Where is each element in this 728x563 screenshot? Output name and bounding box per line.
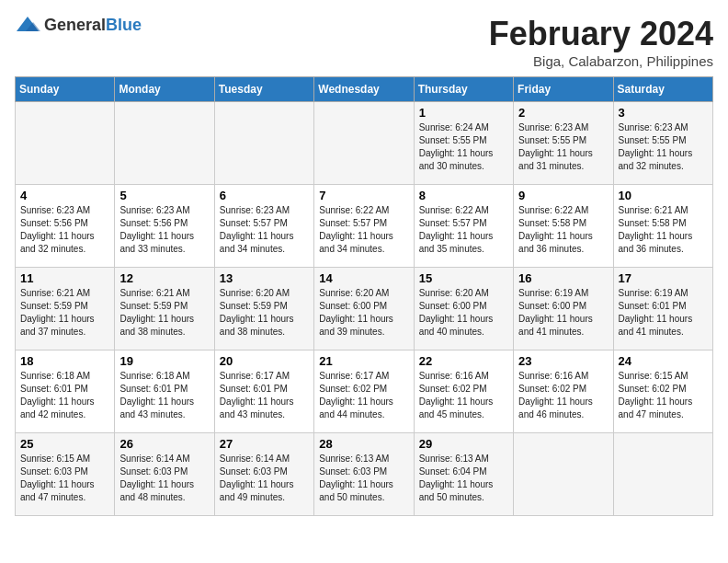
calendar-cell [16,102,115,185]
day-header-monday: Monday [115,77,214,102]
day-number: 19 [119,354,209,368]
day-info: Sunrise: 6:24 AM Sunset: 5:55 PM Dayligh… [419,121,508,173]
day-number: 12 [119,271,209,285]
day-info: Sunrise: 6:23 AM Sunset: 5:55 PM Dayligh… [619,121,708,173]
day-info: Sunrise: 6:16 AM Sunset: 6:02 PM Dayligh… [518,370,608,421]
day-number: 23 [518,354,608,368]
day-header-wednesday: Wednesday [314,77,414,102]
calendar-cell [314,102,414,185]
day-number: 5 [119,189,209,202]
calendar-cell: 9Sunrise: 6:22 AM Sunset: 5:58 PM Daylig… [514,185,613,268]
day-number: 28 [319,437,408,451]
day-info: Sunrise: 6:15 AM Sunset: 6:03 PM Dayligh… [20,453,109,504]
day-info: Sunrise: 6:17 AM Sunset: 6:01 PM Dayligh… [220,370,309,421]
day-number: 1 [419,106,508,120]
day-header-thursday: Thursday [414,77,513,102]
day-info: Sunrise: 6:16 AM Sunset: 6:02 PM Dayligh… [419,370,508,421]
calendar-cell: 26Sunrise: 6:14 AM Sunset: 6:03 PM Dayli… [115,433,214,516]
day-info: Sunrise: 6:22 AM Sunset: 5:57 PM Dayligh… [319,204,408,256]
title-area: February 2024 Biga, Calabarzon, Philippi… [489,15,713,69]
day-info: Sunrise: 6:19 AM Sunset: 6:00 PM Dayligh… [518,287,608,339]
calendar-cell: 13Sunrise: 6:20 AM Sunset: 5:59 PM Dayli… [214,268,313,350]
calendar-cell [214,102,313,185]
day-info: Sunrise: 6:14 AM Sunset: 6:03 PM Dayligh… [119,453,209,504]
main-title: February 2024 [489,15,713,53]
calendar-cell: 11Sunrise: 6:21 AM Sunset: 5:59 PM Dayli… [16,268,115,350]
day-number: 8 [419,189,508,202]
calendar-cell: 28Sunrise: 6:13 AM Sunset: 6:03 PM Dayli… [314,433,414,516]
calendar-cell: 17Sunrise: 6:19 AM Sunset: 6:01 PM Dayli… [613,268,712,350]
logo-icon [15,15,40,35]
calendar-cell: 20Sunrise: 6:17 AM Sunset: 6:01 PM Dayli… [214,350,313,433]
day-info: Sunrise: 6:20 AM Sunset: 5:59 PM Dayligh… [220,287,309,339]
day-number: 15 [419,271,508,285]
calendar-cell: 23Sunrise: 6:16 AM Sunset: 6:02 PM Dayli… [514,350,613,433]
day-info: Sunrise: 6:22 AM Sunset: 5:57 PM Dayligh… [419,204,508,256]
day-info: Sunrise: 6:13 AM Sunset: 6:04 PM Dayligh… [419,453,508,504]
day-number: 2 [518,106,608,120]
calendar-cell [514,433,613,516]
day-number: 17 [619,271,708,285]
day-info: Sunrise: 6:22 AM Sunset: 5:58 PM Dayligh… [518,204,608,256]
calendar-cell: 4Sunrise: 6:23 AM Sunset: 5:56 PM Daylig… [16,185,115,268]
calendar-cell [613,433,712,516]
calendar-cell: 29Sunrise: 6:13 AM Sunset: 6:04 PM Dayli… [414,433,513,516]
calendar-week-row: 4Sunrise: 6:23 AM Sunset: 5:56 PM Daylig… [16,185,713,268]
day-info: Sunrise: 6:21 AM Sunset: 5:59 PM Dayligh… [119,287,209,339]
calendar-week-row: 18Sunrise: 6:18 AM Sunset: 6:01 PM Dayli… [16,350,713,433]
calendar-cell: 19Sunrise: 6:18 AM Sunset: 6:01 PM Dayli… [115,350,214,433]
day-header-friday: Friday [514,77,613,102]
day-header-tuesday: Tuesday [214,77,313,102]
header: GeneralBlue February 2024 Biga, Calabarz… [15,15,713,69]
calendar-cell: 8Sunrise: 6:22 AM Sunset: 5:57 PM Daylig… [414,185,513,268]
day-header-saturday: Saturday [613,77,712,102]
day-info: Sunrise: 6:23 AM Sunset: 5:57 PM Dayligh… [220,204,309,256]
calendar-cell: 2Sunrise: 6:23 AM Sunset: 5:55 PM Daylig… [514,102,613,185]
day-info: Sunrise: 6:19 AM Sunset: 6:01 PM Dayligh… [619,287,708,339]
day-number: 18 [20,354,109,368]
logo-blue: Blue [106,16,142,34]
logo: GeneralBlue [15,15,142,35]
day-number: 13 [220,271,309,285]
calendar-cell: 5Sunrise: 6:23 AM Sunset: 5:56 PM Daylig… [115,185,214,268]
day-number: 7 [319,189,408,202]
calendar-cell: 16Sunrise: 6:19 AM Sunset: 6:00 PM Dayli… [514,268,613,350]
subtitle: Biga, Calabarzon, Philippines [489,53,713,69]
day-number: 20 [220,354,309,368]
calendar-cell: 14Sunrise: 6:20 AM Sunset: 6:00 PM Dayli… [314,268,414,350]
day-number: 22 [419,354,508,368]
day-number: 24 [619,354,708,368]
calendar-cell: 24Sunrise: 6:15 AM Sunset: 6:02 PM Dayli… [613,350,712,433]
day-info: Sunrise: 6:23 AM Sunset: 5:56 PM Dayligh… [20,204,109,256]
day-number: 26 [119,437,209,451]
calendar-header-row: SundayMondayTuesdayWednesdayThursdayFrid… [16,77,713,102]
calendar-cell: 15Sunrise: 6:20 AM Sunset: 6:00 PM Dayli… [414,268,513,350]
logo-general: General [44,16,106,34]
day-info: Sunrise: 6:20 AM Sunset: 6:00 PM Dayligh… [419,287,508,339]
day-info: Sunrise: 6:21 AM Sunset: 5:58 PM Dayligh… [619,204,708,256]
calendar-cell: 12Sunrise: 6:21 AM Sunset: 5:59 PM Dayli… [115,268,214,350]
day-info: Sunrise: 6:18 AM Sunset: 6:01 PM Dayligh… [20,370,109,421]
calendar-week-row: 25Sunrise: 6:15 AM Sunset: 6:03 PM Dayli… [16,433,713,516]
day-info: Sunrise: 6:13 AM Sunset: 6:03 PM Dayligh… [319,453,408,504]
day-number: 14 [319,271,408,285]
day-number: 25 [20,437,109,451]
day-number: 29 [419,437,508,451]
calendar-table: SundayMondayTuesdayWednesdayThursdayFrid… [15,76,713,516]
calendar-cell: 6Sunrise: 6:23 AM Sunset: 5:57 PM Daylig… [214,185,313,268]
calendar-cell: 7Sunrise: 6:22 AM Sunset: 5:57 PM Daylig… [314,185,414,268]
day-info: Sunrise: 6:14 AM Sunset: 6:03 PM Dayligh… [220,453,309,504]
calendar-week-row: 11Sunrise: 6:21 AM Sunset: 5:59 PM Dayli… [16,268,713,350]
calendar-cell: 25Sunrise: 6:15 AM Sunset: 6:03 PM Dayli… [16,433,115,516]
calendar-cell [115,102,214,185]
calendar-cell: 21Sunrise: 6:17 AM Sunset: 6:02 PM Dayli… [314,350,414,433]
calendar-cell: 18Sunrise: 6:18 AM Sunset: 6:01 PM Dayli… [16,350,115,433]
calendar-cell: 1Sunrise: 6:24 AM Sunset: 5:55 PM Daylig… [414,102,513,185]
calendar-cell: 22Sunrise: 6:16 AM Sunset: 6:02 PM Dayli… [414,350,513,433]
day-info: Sunrise: 6:18 AM Sunset: 6:01 PM Dayligh… [119,370,209,421]
day-number: 21 [319,354,408,368]
calendar-cell: 3Sunrise: 6:23 AM Sunset: 5:55 PM Daylig… [613,102,712,185]
day-info: Sunrise: 6:23 AM Sunset: 5:56 PM Dayligh… [119,204,209,256]
calendar-cell: 27Sunrise: 6:14 AM Sunset: 6:03 PM Dayli… [214,433,313,516]
day-info: Sunrise: 6:21 AM Sunset: 5:59 PM Dayligh… [20,287,109,339]
